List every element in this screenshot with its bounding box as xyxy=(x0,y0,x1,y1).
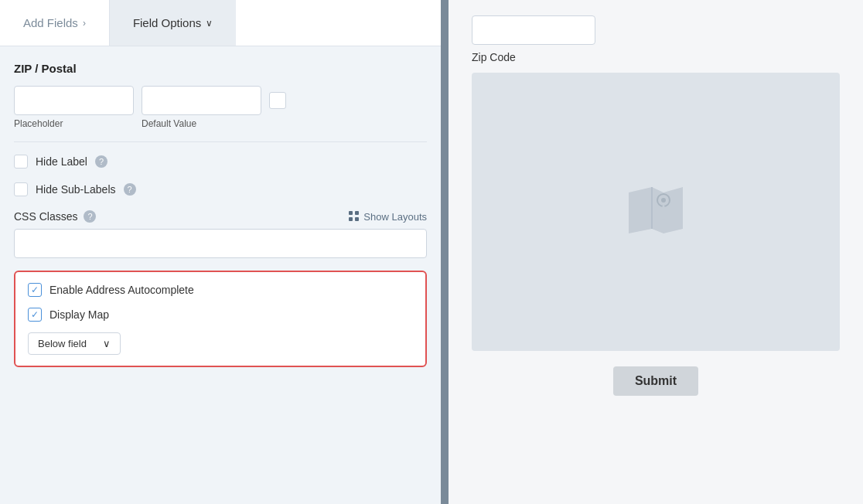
display-map-label: Display Map xyxy=(49,308,109,321)
tab-add-fields[interactable]: Add Fields › xyxy=(0,0,110,46)
checkmark-icon-2: ✓ xyxy=(31,309,39,320)
hide-sublabels-row: Hide Sub-Labels ? xyxy=(14,182,427,196)
add-fields-chevron: › xyxy=(83,18,86,29)
hide-label-text: Hide Label xyxy=(36,155,87,168)
add-fields-label: Add Fields xyxy=(23,16,78,29)
hide-sublabels-help-icon[interactable]: ? xyxy=(124,183,136,196)
enable-autocomplete-row: ✓ Enable Address Autocomplete xyxy=(28,283,413,297)
default-value-label: Default Value xyxy=(142,118,261,129)
css-classes-input[interactable] xyxy=(14,229,427,258)
svg-point-1 xyxy=(661,198,666,203)
hide-sublabels-checkbox[interactable] xyxy=(14,182,28,196)
autocomplete-section: ✓ Enable Address Autocomplete ✓ Display … xyxy=(14,271,427,367)
hide-sublabels-text: Hide Sub-Labels xyxy=(36,183,116,196)
zip-label: Zip Code xyxy=(472,51,840,63)
form-preview: Zip Code Submit xyxy=(472,15,840,396)
placeholder-group: Placeholder xyxy=(14,86,134,129)
css-classes-left: CSS Classes ? xyxy=(14,210,96,223)
placeholder-label: Placeholder xyxy=(14,118,134,129)
field-options-chevron: ∨ xyxy=(206,18,213,29)
grid-dot-1 xyxy=(349,211,353,215)
tab-bar: Add Fields › Field Options ∨ xyxy=(0,0,441,46)
enable-autocomplete-checkbox[interactable]: ✓ xyxy=(28,283,42,297)
dropdown-chevron: ∨ xyxy=(103,338,111,349)
panel-divider xyxy=(441,0,449,504)
show-layouts-button[interactable]: Show Layouts xyxy=(349,211,427,223)
field-options-label: Field Options xyxy=(133,16,201,29)
enable-autocomplete-label: Enable Address Autocomplete xyxy=(49,284,194,296)
hide-label-checkbox[interactable] xyxy=(14,155,28,169)
section-title: ZIP / Postal xyxy=(14,62,427,75)
small-checkbox[interactable] xyxy=(269,92,286,109)
display-map-row: ✓ Display Map xyxy=(28,308,413,322)
css-classes-help-icon[interactable]: ? xyxy=(84,210,96,223)
checkmark-icon: ✓ xyxy=(31,284,39,295)
submit-area: Submit xyxy=(472,366,840,396)
left-panel: Add Fields › Field Options ∨ ZIP / Posta… xyxy=(0,0,441,504)
input-row: Placeholder Default Value xyxy=(14,86,427,129)
grid-dot-3 xyxy=(349,217,353,221)
css-classes-label: CSS Classes xyxy=(14,210,77,223)
map-placeholder-icon xyxy=(617,173,694,250)
display-map-checkbox[interactable]: ✓ xyxy=(28,308,42,322)
css-classes-row: CSS Classes ? Show Layouts xyxy=(14,210,427,223)
default-value-input[interactable] xyxy=(142,86,261,115)
divider-1 xyxy=(14,141,427,142)
default-value-group: Default Value xyxy=(142,86,261,129)
hide-label-row: Hide Label ? xyxy=(14,155,427,169)
placeholder-input[interactable] xyxy=(14,86,134,115)
tab-field-options[interactable]: Field Options ∨ xyxy=(110,0,236,46)
below-field-label: Below field xyxy=(38,338,87,349)
right-panel: Zip Code Submit xyxy=(449,0,863,504)
map-preview xyxy=(472,73,840,351)
zip-input-preview xyxy=(472,15,595,45)
show-layouts-label: Show Layouts xyxy=(363,211,427,223)
field-options-content: ZIP / Postal Placeholder Default Value H… xyxy=(0,46,441,504)
below-field-dropdown[interactable]: Below field ∨ xyxy=(28,332,121,355)
grid-dot-2 xyxy=(355,211,359,215)
hide-label-help-icon[interactable]: ? xyxy=(95,155,107,168)
grid-icon xyxy=(349,211,360,222)
grid-dot-4 xyxy=(355,217,359,221)
submit-button[interactable]: Submit xyxy=(613,366,698,396)
